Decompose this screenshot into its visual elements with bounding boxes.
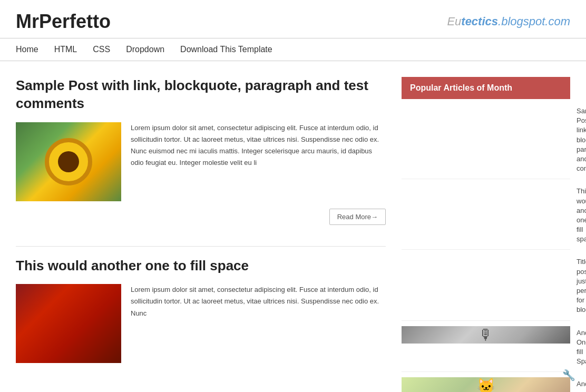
post-1: Sample Post with link, blockquote, parag… xyxy=(16,77,386,225)
site-subtitle: Eutectics.blogspot.com xyxy=(447,15,570,28)
post-divider-1 xyxy=(16,246,386,247)
post-1-body: Lorem ipsum dolor sit amet, consectetur … xyxy=(16,122,386,201)
post-2-image xyxy=(16,284,121,363)
post-2-text: Lorem ipsum dolor sit amet, consectetur … xyxy=(131,284,386,363)
subtitle-colored: tectics xyxy=(461,15,498,28)
content-wrapper: Sample Post with link, blockquote, parag… xyxy=(0,61,586,392)
site-title: MrPerfetto xyxy=(16,11,111,33)
nav-home[interactable]: Home xyxy=(16,38,38,61)
post-2-title: This would another one to fill space xyxy=(16,257,386,275)
post-1-text: Lorem ipsum dolor sit amet, consectetur … xyxy=(131,122,386,201)
sidebar-item-2[interactable]: Title of post is just perfect for this b… xyxy=(402,250,570,320)
sidebar-title-3: Another One to fill Space xyxy=(577,326,586,367)
sidebar-thumb-4: 🐱 xyxy=(402,377,570,392)
sunflower-center xyxy=(58,151,79,172)
post-2: This would another one to fill space Lor… xyxy=(16,257,386,364)
nav-html[interactable]: HTML xyxy=(54,38,77,61)
sidebar-item-1[interactable]: This would another one to fill space xyxy=(402,179,570,250)
sidebar-title-2: Title of post is just perfect for this b… xyxy=(577,255,586,315)
sidebar-item-0[interactable]: Sample Post with link, blockquote, parag… xyxy=(402,99,570,179)
post-2-body: Lorem ipsum dolor sit amet, consectetur … xyxy=(16,284,386,363)
read-more-button-1[interactable]: Read More→ xyxy=(329,209,386,225)
nav-bar: Home HTML CSS Dropdown Download This Tem… xyxy=(0,38,586,61)
sidebar: Popular Articles of Month Sample Post wi… xyxy=(402,77,570,392)
sidebar-header: Popular Articles of Month xyxy=(402,77,570,99)
wrench-icon[interactable]: 🔧 xyxy=(562,369,575,381)
nav-css[interactable]: CSS xyxy=(93,38,110,61)
sidebar-item-4[interactable]: 🐱 Another one with less text xyxy=(402,372,570,392)
sidebar-item-3[interactable]: 🎙 Another One to fill Space xyxy=(402,321,570,373)
header: MrPerfetto Eutectics.blogspot.com xyxy=(0,0,586,38)
sidebar-title-0: Sample Post with link, blockquote, parag… xyxy=(577,104,586,173)
post-1-title: Sample Post with link, blockquote, parag… xyxy=(16,77,386,113)
sidebar-title-4: Another one with less text xyxy=(577,377,586,392)
main-content: Sample Post with link, blockquote, parag… xyxy=(16,77,386,392)
subtitle-domain: .blogspot.com xyxy=(498,15,570,28)
nav-dropdown[interactable]: Dropdown xyxy=(126,38,164,61)
read-more-wrap-1: Read More→ xyxy=(16,209,386,225)
post-1-image xyxy=(16,122,121,201)
nav-download[interactable]: Download This Template xyxy=(180,38,272,61)
subtitle-plain: Eu xyxy=(447,15,461,28)
sidebar-title-1: This would another one to fill space xyxy=(577,184,586,244)
sidebar-thumb-3: 🎙 xyxy=(402,326,570,344)
